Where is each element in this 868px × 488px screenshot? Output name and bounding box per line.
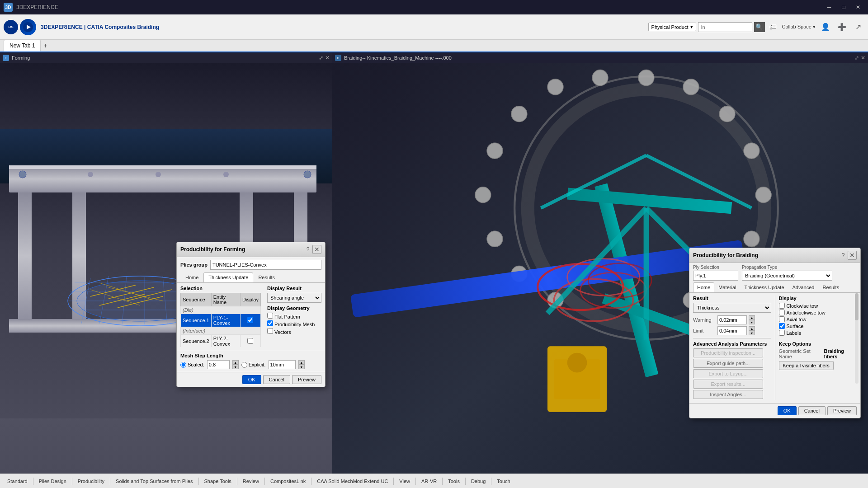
braiding-tab-advanced[interactable]: Advanced	[788, 282, 819, 292]
inspect-angles-btn[interactable]: Inspect Angles...	[693, 390, 763, 399]
scaled-radio-group[interactable]: Scaled:	[180, 362, 204, 368]
flat-pattern-check[interactable]	[267, 313, 273, 319]
export-guide-path-btn[interactable]: Export guide path...	[693, 359, 763, 368]
table-row[interactable]: Sequence.2 PLY-2-Convex	[181, 335, 261, 347]
selection-scroll[interactable]: Sequence Entity Name Display (Die)	[180, 293, 261, 347]
bottom-tab-solids[interactable]: Solids and Top Surfaces from Plies	[112, 478, 196, 485]
scaled-radio[interactable]	[180, 362, 186, 368]
bottom-tab-standard[interactable]: Standard	[4, 478, 31, 485]
main-tab-1[interactable]: New Tab 1	[4, 40, 41, 52]
table-row[interactable]: Sequence.1 PLY-1-Convex	[181, 314, 261, 327]
clockwise-tow-row[interactable]: Clockwise tow	[779, 303, 857, 309]
add-icon[interactable]: ➕	[835, 21, 848, 33]
braiding-close-btn[interactable]: ✕	[848, 251, 857, 260]
display-result-select[interactable]: Shearing angle Thickness Draping Fiber a…	[267, 293, 321, 303]
bottom-tab-tools[interactable]: Tools	[444, 478, 463, 485]
braiding-scroll-thumb[interactable]	[855, 293, 859, 320]
maximize-btn[interactable]: □	[837, 3, 850, 12]
forming-cancel-btn[interactable]: Cancel	[263, 375, 290, 384]
keep-all-fibers-btn[interactable]: Keep all visible fibers	[779, 361, 834, 370]
add-tab-button[interactable]: +	[41, 41, 50, 50]
surface-check[interactable]	[779, 323, 785, 329]
bottom-tab-debug[interactable]: Debug	[467, 478, 489, 485]
braiding-ok-btn[interactable]: OK	[778, 406, 797, 415]
minimize-btn[interactable]: ─	[823, 3, 835, 12]
forming-tab-results[interactable]: Results	[253, 272, 280, 282]
display-2[interactable]	[240, 335, 260, 347]
forming-close-btn[interactable]: ✕	[325, 55, 330, 61]
collab-space[interactable]: Collab Space ▾	[782, 24, 816, 30]
forming-preview-btn[interactable]: Preview	[292, 375, 321, 384]
propagation-type-select[interactable]: Braiding (Geometrical)	[742, 271, 832, 281]
bottom-tab-touch[interactable]: Touch	[493, 478, 514, 485]
warning-input[interactable]	[717, 315, 747, 324]
explicit-radio-group[interactable]: Explicit:	[241, 362, 266, 368]
clockwise-tow-check[interactable]	[779, 303, 785, 309]
flat-pattern-row[interactable]: Flat Pattern	[267, 313, 321, 319]
labels-check[interactable]	[779, 330, 785, 336]
share-icon[interactable]: ↗	[852, 21, 864, 33]
forming-close-btn[interactable]: ✕	[312, 245, 321, 254]
ply-selection-input[interactable]	[693, 271, 738, 281]
prod-mesh-check[interactable]	[267, 320, 273, 326]
axial-tow-check[interactable]	[779, 316, 785, 322]
search-button[interactable]: 🔍	[754, 22, 765, 32]
bottom-tab-review[interactable]: Review	[239, 478, 263, 485]
bottom-tab-shape-tools[interactable]: Shape Tools	[201, 478, 235, 485]
display-check-1[interactable]	[247, 317, 253, 323]
braiding-tab-results[interactable]: Results	[818, 282, 843, 292]
bottom-tab-view[interactable]: View	[396, 478, 414, 485]
warning-spinner[interactable]: ▲ ▼	[749, 315, 755, 324]
braiding-help-btn[interactable]: ?	[839, 251, 848, 260]
braiding-tab-thickness[interactable]: Thickness Update	[740, 282, 788, 292]
braiding-expand-btn[interactable]: ⤢	[854, 55, 859, 61]
forming-expand-btn[interactable]: ⤢	[319, 55, 323, 61]
forming-help-btn[interactable]: ?	[303, 245, 312, 254]
braiding-scrollbar[interactable]	[855, 293, 859, 384]
display-check-2[interactable]	[247, 338, 253, 344]
bottom-tab-caa[interactable]: CAA Solid MechMod Extend UC	[313, 478, 392, 485]
vectors-row[interactable]: Vectors	[267, 328, 321, 335]
explicit-input[interactable]	[269, 360, 296, 369]
warning-down[interactable]: ▼	[749, 320, 755, 324]
braiding-close-btn[interactable]: ✕	[861, 55, 865, 61]
tag-button[interactable]: 🏷	[767, 21, 779, 33]
prod-mesh-row[interactable]: Producibility Mesh	[267, 320, 321, 327]
scaled-spinner[interactable]: ▲ ▼	[232, 360, 239, 369]
scaled-input[interactable]	[207, 360, 230, 369]
forming-tab-home[interactable]: Home	[180, 272, 203, 282]
search-type-dropdown[interactable]: Physical Product ▾	[648, 23, 696, 31]
close-btn[interactable]: ✕	[852, 3, 864, 12]
forming-tab-thickness[interactable]: Thickness Update	[203, 272, 253, 282]
display-1[interactable]	[240, 314, 260, 327]
result-dropdown[interactable]: Thickness Coverage Angle	[693, 303, 771, 313]
bottom-tab-plies-design[interactable]: Plies Design	[35, 478, 70, 485]
explicit-spinner[interactable]: ▲ ▼	[298, 360, 305, 369]
limit-up[interactable]: ▲	[749, 326, 755, 331]
warning-up[interactable]: ▲	[749, 315, 755, 320]
scaled-up[interactable]: ▲	[232, 360, 239, 365]
vectors-check[interactable]	[267, 328, 273, 334]
scaled-down[interactable]: ▼	[232, 365, 239, 369]
plies-group-input[interactable]	[210, 260, 321, 270]
anticlockwise-tow-row[interactable]: Anticlockwise tow	[779, 310, 857, 315]
limit-down[interactable]: ▼	[749, 331, 755, 335]
forming-ok-btn[interactable]: OK	[242, 375, 261, 384]
search-input[interactable]	[698, 22, 752, 32]
limit-input[interactable]	[717, 326, 747, 335]
axial-tow-row[interactable]: Axial tow	[779, 316, 857, 322]
labels-row[interactable]: Labels	[779, 330, 857, 336]
explicit-down[interactable]: ▼	[298, 365, 305, 369]
surface-row[interactable]: Surface	[779, 323, 857, 329]
bottom-tab-producibility[interactable]: Producibility	[74, 478, 108, 485]
explicit-radio[interactable]	[241, 362, 247, 368]
anticlockwise-tow-check[interactable]	[779, 310, 785, 315]
braiding-preview-btn[interactable]: Preview	[827, 406, 857, 415]
braiding-tab-home[interactable]: Home	[693, 282, 714, 292]
limit-spinner[interactable]: ▲ ▼	[749, 326, 755, 335]
bottom-tab-ar-vr[interactable]: AR-VR	[418, 478, 440, 485]
bottom-tab-composites-link[interactable]: CompositesLink	[267, 478, 309, 485]
user-icon[interactable]: 👤	[819, 21, 832, 33]
braiding-tab-material[interactable]: Material	[714, 282, 740, 292]
explicit-up[interactable]: ▲	[298, 360, 305, 365]
